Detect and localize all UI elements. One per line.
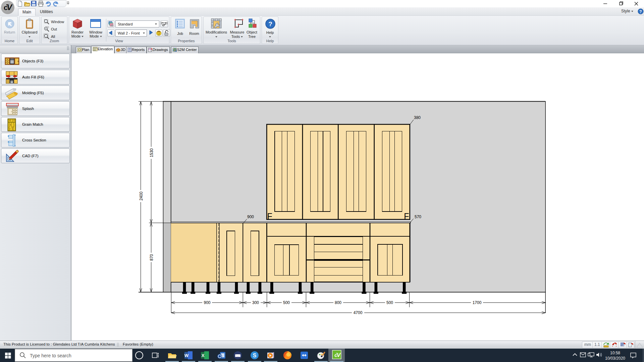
- svg-text:S: S: [253, 353, 257, 358]
- svg-text:F: F: [404, 212, 409, 221]
- svg-text:1700: 1700: [473, 300, 482, 305]
- svg-text:1530: 1530: [149, 148, 154, 157]
- svg-text:X: X: [202, 353, 205, 358]
- svg-text:900: 900: [247, 215, 254, 219]
- svg-text:V: V: [7, 3, 13, 12]
- svg-text:500: 500: [283, 300, 290, 305]
- svg-text:380: 380: [414, 115, 421, 120]
- svg-text:?: ?: [639, 9, 642, 14]
- svg-text:800: 800: [335, 300, 341, 305]
- svg-text:F: F: [267, 212, 272, 221]
- svg-text:570: 570: [415, 215, 421, 219]
- svg-text:500: 500: [386, 300, 393, 305]
- svg-text:870: 870: [149, 254, 154, 261]
- svg-text:900: 900: [204, 300, 210, 305]
- svg-text:300: 300: [252, 300, 259, 305]
- svg-text:?: ?: [268, 20, 272, 27]
- svg-text:4700: 4700: [354, 310, 363, 315]
- svg-text:2400: 2400: [139, 191, 144, 200]
- svg-text:V: V: [337, 352, 341, 358]
- svg-text:W: W: [184, 353, 189, 358]
